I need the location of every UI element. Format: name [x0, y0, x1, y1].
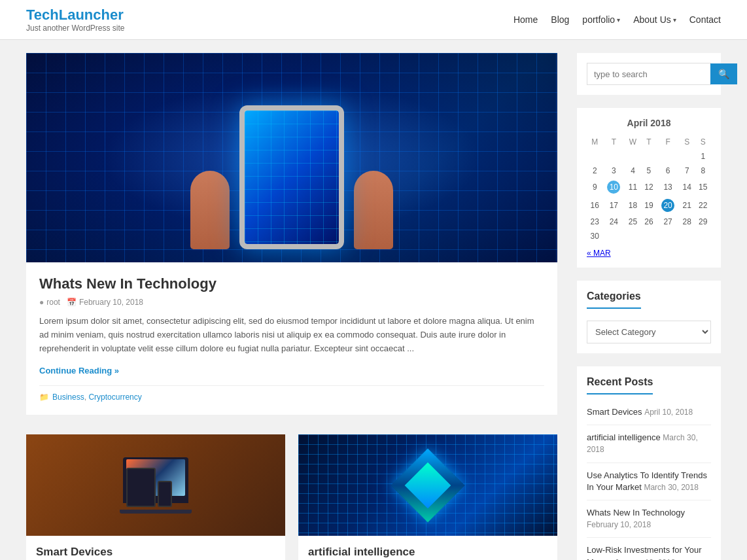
- calendar-title: April 2018: [587, 118, 711, 128]
- nav-home[interactable]: Home: [513, 14, 538, 25]
- categories-widget: Categories Select Category: [577, 281, 721, 353]
- featured-post-excerpt: Lorem ipsum dolor sit amet, consectetur …: [39, 315, 544, 355]
- sidebar: 🔍 April 2018 M T W T F S S: [577, 53, 721, 560]
- cal-week-4: 16171819 20 2122: [587, 196, 711, 215]
- recent-posts-widget: Recent Posts Smart Devices April 10, 201…: [577, 366, 721, 560]
- site-header: TechLauncher Just another WordPress site…: [0, 0, 747, 40]
- categories-title: Categories: [587, 290, 641, 309]
- post-categories: 📁 Business, Cryptocurrency: [39, 385, 544, 402]
- recent-post-2-link[interactable]: artificial intelligence: [587, 432, 661, 442]
- recent-post-4-date: February 10, 2018: [587, 520, 651, 529]
- recent-post-1-date: April 10, 2018: [644, 408, 693, 417]
- calendar-icon: 📅: [67, 298, 77, 307]
- featured-post-body: Whats New In Technology ● root 📅 Februar…: [26, 262, 557, 415]
- nav-contact[interactable]: Contact: [689, 14, 721, 25]
- recent-post-1: Smart Devices April 10, 2018: [587, 400, 711, 425]
- chip-center: [405, 463, 451, 509]
- ai-title: artificial intelligence: [308, 546, 547, 559]
- ai-body: artificial intelligence ● root 📅 March 3…: [298, 536, 557, 560]
- recent-post-4: Whats New In Technology February 10, 201…: [587, 500, 711, 538]
- cal-week-3: 9 10 1112131415: [587, 178, 711, 196]
- recent-post-3-date: March 30, 2018: [644, 483, 698, 492]
- search-input[interactable]: [587, 63, 710, 84]
- site-content: Whats New In Technology ● root 📅 Februar…: [0, 40, 747, 560]
- smart-devices-title: Smart Devices: [36, 546, 275, 559]
- site-tagline: Just another WordPress site: [26, 24, 125, 33]
- recent-post-1-link[interactable]: Smart Devices: [587, 407, 642, 417]
- recent-post-5: Low-Risk Investments for Your Money Janu…: [587, 538, 711, 560]
- person-icon: ●: [39, 298, 44, 307]
- categories-list: Business, Cryptocurrency: [52, 393, 142, 402]
- post-author: ● root: [39, 298, 60, 307]
- cal-week-2: 2345678: [587, 164, 711, 178]
- cal-day-f: F: [657, 135, 679, 149]
- featured-post-image: [26, 53, 557, 262]
- cal-day-s2: S: [695, 135, 711, 149]
- smart-devices-image: [26, 434, 285, 536]
- post-card-smart-devices: Smart Devices ● root 📅 April 10, 2018: [26, 434, 285, 560]
- cal-week-1: 1: [587, 149, 711, 164]
- cal-day-m: M: [587, 135, 602, 149]
- recent-post-2: artificial intelligence March 30, 2018: [587, 425, 711, 463]
- recent-post-5-date: January 12, 2018: [615, 558, 676, 561]
- nav-blog[interactable]: Blog: [551, 14, 569, 25]
- smart-devices-body: Smart Devices ● root 📅 April 10, 2018: [26, 536, 285, 560]
- cal-day-t2: T: [641, 135, 657, 149]
- featured-post-meta: ● root 📅 February 10, 2018: [39, 298, 544, 307]
- posts-grid: Smart Devices ● root 📅 April 10, 2018: [26, 434, 557, 560]
- cal-week-6: 30: [587, 229, 711, 243]
- about-dropdown-icon: ▾: [673, 16, 676, 24]
- cal-day-10[interactable]: 10: [607, 181, 620, 194]
- categories-select[interactable]: Select Category: [587, 321, 711, 343]
- search-widget: 🔍: [577, 53, 721, 95]
- cal-prev-nav[interactable]: « MAR: [587, 249, 711, 258]
- site-title[interactable]: TechLauncher: [26, 7, 125, 24]
- nav-portfolio[interactable]: portfolio ▾: [582, 14, 620, 25]
- main-content: Whats New In Technology ● root 📅 Februar…: [26, 53, 557, 560]
- cal-day-t1: T: [602, 135, 625, 149]
- calendar-table: M T W T F S S 1 2345678: [587, 135, 711, 243]
- search-button[interactable]: 🔍: [710, 63, 737, 84]
- cal-day-s1: S: [679, 135, 695, 149]
- cal-prev-link[interactable]: « MAR: [587, 249, 611, 258]
- category-business[interactable]: Business: [52, 393, 84, 402]
- recent-post-4-link[interactable]: Whats New In Technology: [587, 508, 685, 517]
- featured-post-title: Whats New In Technology: [39, 275, 544, 292]
- cal-day-20[interactable]: 20: [661, 199, 674, 212]
- calendar-widget: April 2018 M T W T F S S 1: [577, 108, 721, 268]
- site-branding: TechLauncher Just another WordPress site: [26, 7, 125, 33]
- portfolio-dropdown-icon: ▾: [617, 16, 620, 24]
- ai-image: [298, 434, 557, 536]
- post-date: 📅 February 10, 2018: [67, 298, 143, 307]
- continue-reading-link[interactable]: Continue Reading »: [39, 366, 119, 376]
- folder-icon: 📁: [39, 393, 49, 402]
- post-card-ai: artificial intelligence ● root 📅 March 3…: [298, 434, 557, 560]
- featured-post: Whats New In Technology ● root 📅 Februar…: [26, 53, 557, 415]
- cal-day-w: W: [625, 135, 640, 149]
- main-nav: Home Blog portfolio ▾ About Us ▾ Contact: [513, 14, 721, 25]
- category-cryptocurrency[interactable]: Cryptocurrency: [88, 393, 141, 402]
- search-form: 🔍: [587, 63, 711, 85]
- cal-week-5: 23242526272829: [587, 215, 711, 229]
- recent-posts-title: Recent Posts: [587, 376, 653, 394]
- recent-post-3: Use Analytics To Identify Trends In Your…: [587, 463, 711, 500]
- nav-about[interactable]: About Us ▾: [633, 14, 676, 25]
